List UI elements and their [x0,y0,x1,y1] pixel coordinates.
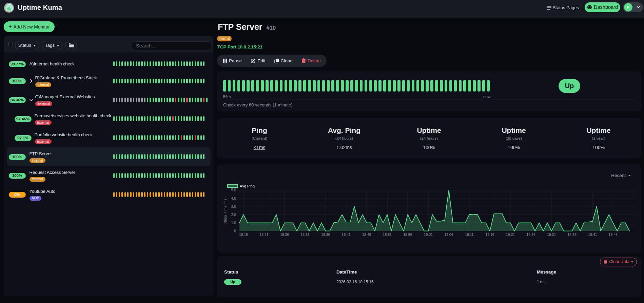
svg-text:18:41: 18:41 [342,233,351,237]
svg-text:19:31: 19:31 [547,233,556,237]
svg-text:19:01: 19:01 [424,233,433,237]
svg-text:19:16: 19:16 [485,233,494,237]
svg-text:Resp. Time (ms): Resp. Time (ms) [223,197,227,223]
svg-text:18:36: 18:36 [321,233,330,237]
svg-text:3.0: 3.0 [231,204,236,208]
svg-text:18:21: 18:21 [259,233,268,237]
svg-text:19:36: 19:36 [567,233,576,237]
svg-text:18:46: 18:46 [362,233,371,237]
svg-text:0: 0 [234,229,236,233]
svg-text:18:51: 18:51 [383,233,392,237]
svg-text:1.0: 1.0 [231,220,236,224]
svg-text:19:46: 19:46 [609,233,618,237]
svg-text:19:41: 19:41 [588,233,597,237]
svg-text:4.0: 4.0 [231,196,236,200]
svg-text:5.0: 5.0 [231,188,236,192]
svg-text:19:11: 19:11 [465,233,474,237]
svg-text:18:26: 18:26 [280,233,289,237]
svg-text:19:26: 19:26 [526,233,535,237]
svg-text:19:06: 19:06 [444,233,453,237]
svg-text:19:21: 19:21 [506,233,515,237]
svg-text:2.0: 2.0 [231,212,236,216]
svg-text:18:31: 18:31 [300,233,309,237]
svg-text:18:56: 18:56 [403,233,412,237]
svg-text:18:16: 18:16 [239,233,248,237]
